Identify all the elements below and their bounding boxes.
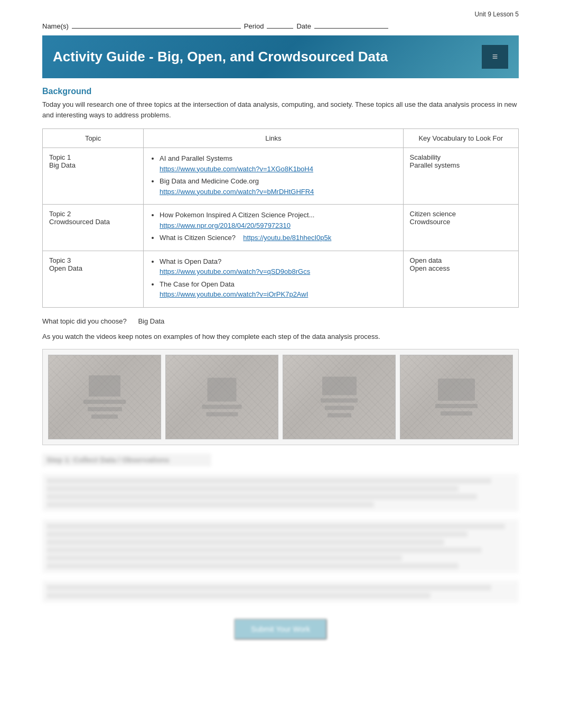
topic-2-vocab: Citizen science Crowdsource bbox=[403, 205, 518, 251]
link-url-2a[interactable]: https://www.npr.org/2018/04/20/597972310 bbox=[160, 222, 291, 229]
topic-3-line1: Topic 3 bbox=[49, 256, 71, 264]
vocab-1-line1: Scalability bbox=[410, 153, 441, 161]
link-url-2b[interactable]: https://youtu.be/81hhecI0p5k bbox=[243, 234, 331, 242]
list-item: AI and Parallel Systems https://www.yout… bbox=[160, 153, 396, 174]
list-item: How Pokemon Inspired A Citizen Science P… bbox=[160, 210, 396, 231]
list-item: Big Data and Medicine Code.org https://w… bbox=[160, 176, 396, 197]
table-row-crowdsourced: Topic 2 Crowdsourced Data How Pokemon In… bbox=[43, 205, 519, 251]
form-fields: Name(s) Period Date bbox=[42, 22, 519, 30]
topic-1-links: AI and Parallel Systems https://www.yout… bbox=[144, 148, 403, 205]
topics-table: Topic Links Key Vocabulary to Look For T… bbox=[42, 128, 519, 308]
topic-1-line2: Big Data bbox=[49, 161, 76, 169]
notes-instruction: As you watch the videos keep notes on ex… bbox=[42, 331, 519, 342]
blurred-heading-1: Step 1: Collect Data / Observations bbox=[42, 454, 211, 466]
menu-icon: ≡ bbox=[492, 51, 498, 62]
topic-3-vocab: Open data Open access bbox=[403, 251, 518, 307]
chosen-topic-answer: Big Data bbox=[138, 317, 164, 325]
name-label: Name(s) bbox=[42, 22, 69, 30]
link-label-2b-text: What is Citizen Science? bbox=[160, 234, 236, 242]
date-label: Date bbox=[296, 22, 311, 30]
date-underline bbox=[314, 28, 388, 29]
topic-2-line2: Crowdsourced Data bbox=[49, 218, 110, 226]
link-url-3b[interactable]: https://www.youtube.com/watch?v=iOrPK7p2… bbox=[160, 290, 308, 298]
table-row-open-data: Topic 3 Open Data What is Open Data? htt… bbox=[43, 251, 519, 307]
list-item: What is Citizen Science? https://youtu.b… bbox=[160, 233, 396, 243]
period-underline bbox=[267, 28, 293, 29]
image-cell-1 bbox=[48, 355, 161, 439]
vocab-1-line2: Parallel systems bbox=[410, 161, 460, 169]
link-url-1b[interactable]: https://www.youtube.com/watch?v=bMrDHtGH… bbox=[160, 188, 314, 196]
chosen-topic-line: What topic did you choose? Big Data bbox=[42, 317, 519, 325]
table-header-vocab: Key Vocabulary to Look For bbox=[403, 129, 518, 148]
blurred-section-1: Step 1: Collect Data / Observations bbox=[42, 454, 519, 466]
table-row-big-data: Topic 1 Big Data AI and Parallel Systems… bbox=[43, 148, 519, 205]
submit-button[interactable]: Submit Your Work bbox=[234, 619, 327, 640]
background-title: Background bbox=[42, 87, 519, 96]
link-label-3b: The Case for Open Data bbox=[160, 280, 235, 288]
blurred-text-1 bbox=[42, 474, 519, 512]
vocab-3-line2: Open access bbox=[410, 264, 450, 272]
blurred-section-2 bbox=[42, 474, 519, 512]
chosen-topic-question: What topic did you choose? bbox=[42, 317, 127, 325]
topic-1-vocab: Scalability Parallel systems bbox=[403, 148, 518, 205]
background-text: Today you will research one of three top… bbox=[42, 99, 519, 120]
list-item: What is Open Data? https://www.youtube.c… bbox=[160, 256, 396, 277]
topic-1-line1: Topic 1 bbox=[49, 153, 71, 161]
image-cell-2 bbox=[165, 355, 278, 439]
image-cell-4 bbox=[400, 355, 513, 439]
blurred-section-4 bbox=[42, 580, 519, 603]
bottom-button-area: Submit Your Work bbox=[42, 619, 519, 640]
header-bar: Activity Guide - Big, Open, and Crowdsou… bbox=[42, 35, 519, 78]
topic-2-links: How Pokemon Inspired A Citizen Science P… bbox=[144, 205, 403, 251]
topic-3-links: What is Open Data? https://www.youtube.c… bbox=[144, 251, 403, 307]
link-url-3a[interactable]: https://www.youtube.com/watch?v=qSD9ob8r… bbox=[160, 268, 310, 275]
period-label: Period bbox=[244, 22, 264, 30]
vocab-2-line2: Crowdsource bbox=[410, 218, 451, 226]
name-underline bbox=[72, 28, 241, 29]
table-header-links: Links bbox=[144, 129, 403, 148]
vocab-3-line1: Open data bbox=[410, 256, 442, 264]
topic-3-cell: Topic 3 Open Data bbox=[43, 251, 144, 307]
topic-2-cell: Topic 2 Crowdsourced Data bbox=[43, 205, 144, 251]
link-label-1a: AI and Parallel Systems bbox=[160, 154, 232, 162]
blurred-text-3 bbox=[42, 580, 519, 603]
list-item: The Case for Open Data https://www.youtu… bbox=[160, 279, 396, 300]
vocab-2-line1: Citizen science bbox=[410, 210, 456, 218]
image-cell-3 bbox=[283, 355, 396, 439]
topic-2-line1: Topic 2 bbox=[49, 210, 71, 218]
link-label-1b: Big Data and Medicine Code.org bbox=[160, 177, 259, 185]
blurred-section-3 bbox=[42, 519, 519, 573]
header-icon: ≡ bbox=[482, 45, 508, 69]
link-label-3a: What is Open Data? bbox=[160, 257, 221, 265]
topic-1-cell: Topic 1 Big Data bbox=[43, 148, 144, 205]
page-title: Activity Guide - Big, Open, and Crowdsou… bbox=[53, 49, 388, 65]
link-url-1a[interactable]: https://www.youtube.com/watch?v=1XGo8K1b… bbox=[160, 165, 313, 173]
topic-3-line2: Open Data bbox=[49, 264, 82, 272]
image-grid bbox=[42, 349, 519, 445]
link-label-2a: How Pokemon Inspired A Citizen Science P… bbox=[160, 211, 314, 219]
table-header-topic: Topic bbox=[43, 129, 144, 148]
unit-label: Unit 9 Lesson 5 bbox=[42, 11, 519, 18]
blurred-text-2 bbox=[42, 519, 519, 573]
